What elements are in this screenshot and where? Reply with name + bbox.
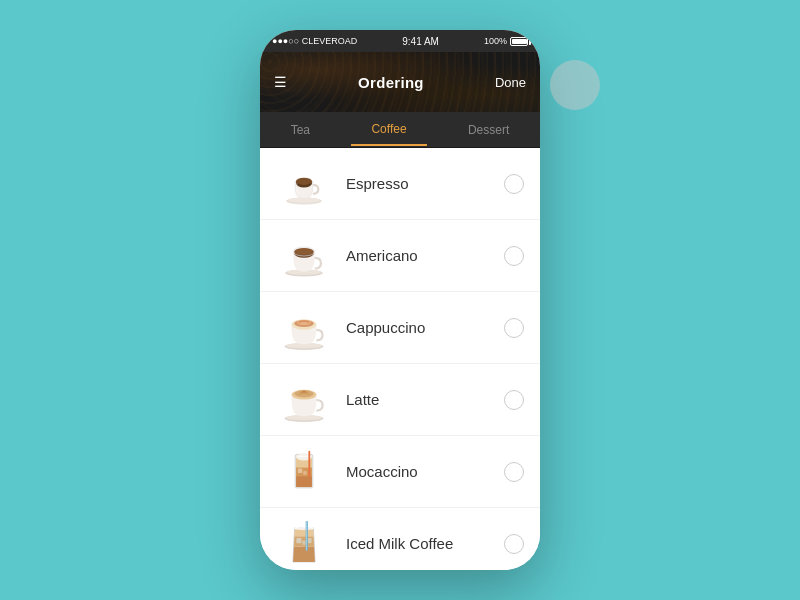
phone: ●●●○○ CLEVEROAD 9:41 AM 100% ☰ Ordering … — [260, 30, 540, 570]
list-item: Espresso — [260, 148, 540, 220]
status-bar: ●●●○○ CLEVEROAD 9:41 AM 100% — [260, 30, 540, 52]
americano-label: Americano — [346, 247, 504, 264]
cappuccino-label: Cappuccino — [346, 319, 504, 336]
cappuccino-image — [276, 303, 332, 353]
menu-button[interactable]: ☰ — [274, 75, 287, 89]
svg-rect-25 — [298, 468, 302, 472]
tab-dessert[interactable]: Dessert — [448, 115, 529, 145]
list-item: Mocaccino — [260, 436, 540, 508]
latte-image — [276, 375, 332, 425]
svg-point-3 — [296, 177, 312, 184]
tab-coffee[interactable]: Coffee — [351, 114, 426, 146]
mocaccino-image — [276, 447, 332, 497]
iced-milk-coffee-label: Iced Milk Coffee — [346, 535, 504, 552]
svg-rect-28 — [296, 538, 301, 543]
iced-milk-coffee-radio[interactable] — [504, 534, 524, 554]
page-title: Ordering — [358, 74, 424, 91]
list-item: Americano — [260, 220, 540, 292]
latte-cup-icon — [279, 377, 329, 423]
list-item: Cappuccino — [260, 292, 540, 364]
espresso-radio[interactable] — [504, 174, 524, 194]
mocaccino-radio[interactable] — [504, 462, 524, 482]
battery-percent: 100% — [484, 36, 507, 46]
time-text: 9:41 AM — [402, 36, 439, 47]
iced-milk-coffee-cup-icon — [279, 521, 329, 567]
battery-icon — [510, 37, 528, 46]
battery-area: 100% — [484, 36, 528, 46]
header: ☰ Ordering Done — [260, 52, 540, 112]
americano-image — [276, 231, 332, 281]
tab-tea[interactable]: Tea — [271, 115, 330, 145]
espresso-cup-icon — [279, 161, 329, 207]
tab-bar: Tea Coffee Dessert — [260, 112, 540, 148]
battery-fill — [512, 39, 527, 44]
americano-radio[interactable] — [504, 246, 524, 266]
americano-cup-icon — [279, 233, 329, 279]
iced-milk-coffee-image — [276, 519, 332, 569]
coffee-list: Espresso — [260, 148, 540, 570]
cappuccino-radio[interactable] — [504, 318, 524, 338]
svg-rect-32 — [306, 521, 307, 551]
latte-label: Latte — [346, 391, 504, 408]
cappuccino-cup-icon — [279, 305, 329, 351]
done-button[interactable]: Done — [495, 75, 526, 90]
svg-point-7 — [294, 247, 314, 254]
list-item: Latte — [260, 364, 540, 436]
svg-point-18 — [301, 390, 306, 394]
mocaccino-label: Mocaccino — [346, 463, 504, 480]
list-item: Iced Milk Coffee — [260, 508, 540, 570]
espresso-label: Espresso — [346, 175, 504, 192]
espresso-image — [276, 159, 332, 209]
mocaccino-cup-icon — [279, 449, 329, 495]
floating-circle — [550, 60, 600, 110]
svg-point-27 — [295, 525, 314, 530]
svg-rect-30 — [307, 538, 311, 543]
svg-rect-24 — [308, 450, 310, 477]
latte-radio[interactable] — [504, 390, 524, 410]
phone-container: ●●●○○ CLEVEROAD 9:41 AM 100% ☰ Ordering … — [260, 30, 540, 570]
carrier-text: ●●●○○ CLEVEROAD — [272, 36, 357, 46]
svg-rect-26 — [303, 471, 307, 475]
